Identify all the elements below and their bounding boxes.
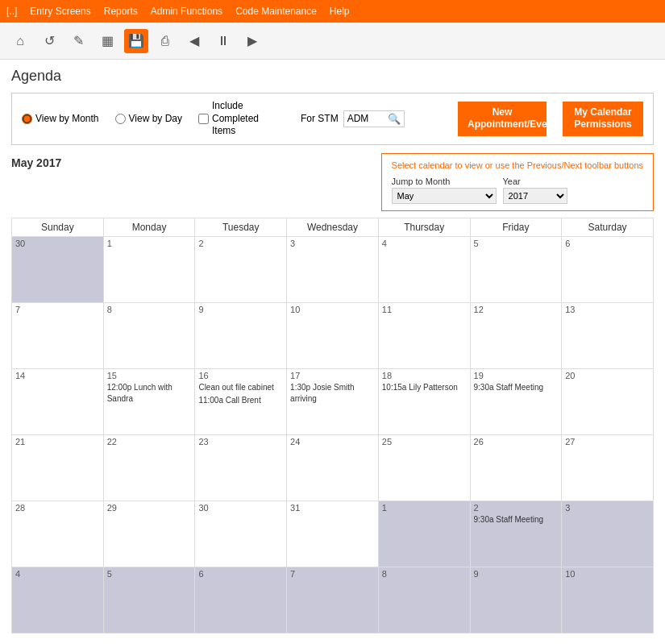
cal-day-cell[interactable]: 5 [103, 567, 195, 633]
cal-day-cell[interactable]: 29:30a Staff Meeting [470, 501, 562, 567]
cal-event[interactable]: 11:00a Call Brent [198, 395, 283, 406]
view-month-radio[interactable] [22, 114, 32, 124]
cal-day-cell[interactable]: 14 [12, 368, 104, 434]
view-day-radio[interactable] [115, 114, 126, 124]
new-appointment-button[interactable]: New Appointment/Event [458, 102, 547, 136]
day-number: 3 [565, 503, 650, 513]
save-all-icon[interactable]: ▦ [95, 29, 119, 53]
nav-code-maintenance[interactable]: Code Maintenance [235, 6, 317, 17]
jump-month-select[interactable]: May JanuaryFebruaryMarchApril JuneJulyAu… [392, 188, 497, 204]
nav-admin-functions[interactable]: Admin Functions [151, 6, 222, 17]
day-number: 10 [565, 569, 650, 579]
back-icon[interactable]: ◀ [182, 29, 206, 53]
cal-day-cell[interactable]: 16Clean out file cabinet11:00a Call Bren… [195, 368, 287, 434]
day-number: 6 [565, 239, 650, 248]
cal-day-cell[interactable]: 6 [562, 236, 654, 302]
cal-event[interactable]: 1:30p Josie Smith arriving [290, 382, 375, 405]
cal-day-cell[interactable]: 30 [195, 501, 287, 567]
cal-day-cell[interactable]: 1 [378, 501, 470, 567]
day-number: 19 [474, 371, 559, 380]
cal-day-cell[interactable]: 24 [287, 434, 379, 501]
cal-event[interactable]: 9:30a Staff Meeting [474, 514, 559, 526]
nav-bracket[interactable]: [..] [6, 6, 17, 17]
pause-icon[interactable]: ⏸ [211, 29, 235, 53]
day-number: 31 [290, 503, 375, 513]
cal-day-cell[interactable]: 9 [470, 567, 562, 633]
cal-day-cell[interactable]: 31 [287, 501, 379, 567]
jump-month-section: Jump to Month May JanuaryFebruaryMarchAp… [392, 177, 497, 204]
cal-day-cell[interactable]: 27 [562, 434, 654, 501]
cal-day-cell[interactable]: 10 [562, 567, 654, 633]
cal-day-cell[interactable]: 29 [103, 501, 195, 567]
cal-day-cell[interactable]: 23 [195, 434, 287, 501]
cal-day-cell[interactable]: 6 [195, 567, 287, 633]
day-number: 5 [474, 239, 559, 248]
cal-day-cell[interactable]: 11 [378, 302, 470, 368]
day-number: 16 [198, 371, 283, 380]
cal-day-cell[interactable]: 199:30a Staff Meeting [470, 368, 562, 434]
view-day-group: View by Day [115, 113, 182, 124]
my-calendar-button[interactable]: My Calendar Permissions [563, 102, 643, 136]
day-number: 10 [290, 305, 375, 314]
cal-day-cell[interactable]: 21 [12, 434, 104, 501]
cal-day-cell[interactable]: 26 [470, 434, 562, 501]
day-number: 1 [382, 503, 467, 513]
day-number: 7 [290, 569, 375, 579]
cal-day-cell[interactable]: 12 [470, 302, 562, 368]
stm-input[interactable] [347, 113, 388, 124]
toolbar: ⌂ ↺ ✎ ▦ 💾 ⎙ ◀ ⏸ ▶ [0, 23, 665, 60]
save-icon[interactable]: 💾 [124, 29, 148, 53]
cal-day-cell[interactable]: 10 [287, 302, 379, 368]
cal-day-cell[interactable]: 30 [12, 236, 104, 302]
cal-day-cell[interactable]: 9 [195, 302, 287, 368]
cal-week-row: 30123456 [12, 236, 654, 302]
cal-day-cell[interactable]: 7 [12, 302, 104, 368]
cal-day-cell[interactable]: 13 [562, 302, 654, 368]
cal-day-cell[interactable]: 3 [287, 236, 379, 302]
cal-day-cell[interactable]: 28 [12, 501, 104, 567]
view-month-group: View by Month [22, 113, 99, 124]
nav-entry-screens[interactable]: Entry Screens [30, 6, 90, 17]
day-number: 12 [474, 305, 559, 314]
page-content: Agenda View by Month View by Day Include… [0, 60, 665, 642]
jump-year-select[interactable]: 2017 2015201620182019 [503, 188, 567, 204]
cal-day-cell[interactable]: 4 [378, 236, 470, 302]
cal-event[interactable]: Clean out file cabinet [198, 382, 283, 393]
cal-week-row: 141512:00p Lunch with Sandra16Clean out … [12, 368, 654, 434]
cal-day-cell[interactable]: 1810:15a Lily Patterson [378, 368, 470, 434]
home-icon[interactable]: ⌂ [8, 29, 32, 53]
cal-day-cell[interactable]: 4 [12, 567, 104, 633]
cal-day-cell[interactable]: 22 [103, 434, 195, 501]
nav-reports[interactable]: Reports [104, 6, 138, 17]
forward-icon[interactable]: ▶ [240, 29, 264, 53]
print-icon[interactable]: ⎙ [153, 29, 177, 53]
cal-day-cell[interactable]: 2 [195, 236, 287, 302]
edit-icon[interactable]: ✎ [66, 29, 90, 53]
cal-event[interactable]: 9:30a Staff Meeting [474, 382, 559, 393]
cal-day-cell[interactable]: 5 [470, 236, 562, 302]
stm-input-wrap: 🔍 [343, 110, 405, 127]
jump-year-section: Year 2017 2015201620182019 [503, 177, 567, 204]
cal-day-cell[interactable]: 20 [562, 368, 654, 434]
stm-search-icon[interactable]: 🔍 [388, 113, 401, 125]
day-number: 30 [15, 239, 100, 248]
cal-day-cell[interactable]: 1 [103, 236, 195, 302]
nav-help[interactable]: Help [330, 6, 350, 17]
day-header-friday: Friday [470, 218, 562, 236]
include-completed-checkbox[interactable] [198, 114, 209, 124]
cal-day-cell[interactable]: 8 [103, 302, 195, 368]
cal-day-cell[interactable]: 8 [378, 567, 470, 633]
cal-day-cell[interactable]: 25 [378, 434, 470, 501]
cal-day-cell[interactable]: 7 [287, 567, 379, 633]
cal-day-cell[interactable]: 3 [562, 501, 654, 567]
cal-event[interactable]: 10:15a Lily Patterson [382, 382, 467, 393]
view-month-label[interactable]: View by Month [35, 113, 99, 124]
day-header-wednesday: Wednesday [287, 218, 379, 236]
cal-day-cell[interactable]: 1512:00p Lunch with Sandra [103, 368, 195, 434]
refresh-icon[interactable]: ↺ [37, 29, 61, 53]
day-number: 13 [565, 305, 650, 314]
day-number: 25 [382, 437, 467, 447]
view-day-label[interactable]: View by Day [129, 113, 182, 124]
cal-day-cell[interactable]: 171:30p Josie Smith arriving [287, 368, 379, 434]
cal-event[interactable]: 12:00p Lunch with Sandra [107, 382, 192, 405]
